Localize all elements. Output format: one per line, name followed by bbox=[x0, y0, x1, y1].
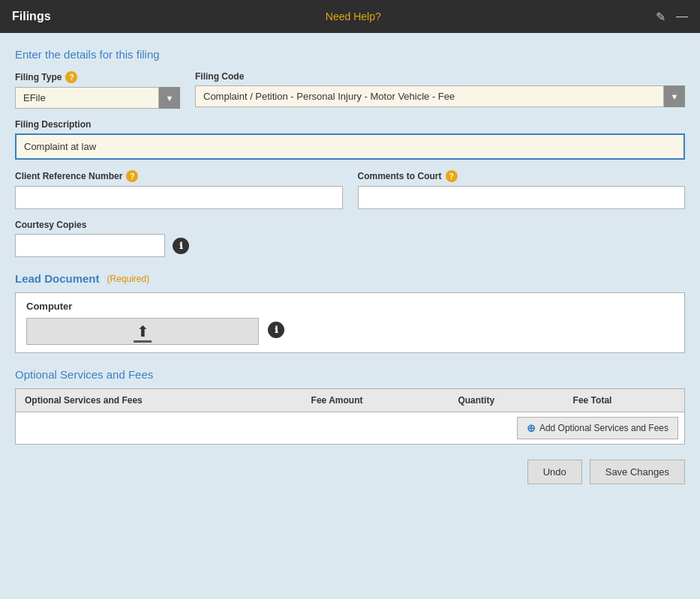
filing-type-group: Filing Type ? EFile ▼ bbox=[15, 71, 180, 109]
courtesy-info-icon[interactable]: ℹ bbox=[173, 238, 189, 254]
upload-row: ⬆ ℹ bbox=[26, 318, 674, 345]
comments-court-group: Comments to Court ? bbox=[358, 170, 686, 209]
client-reference-input[interactable] bbox=[15, 186, 343, 209]
courtesy-copies-label: Courtesy Copies bbox=[15, 220, 165, 230]
filing-description-label: Filing Description bbox=[15, 119, 685, 130]
col-fee-total: Fee Total bbox=[564, 389, 685, 412]
optional-services-section: Optional Services and Fees Optional Serv… bbox=[15, 368, 685, 445]
filing-type-label: Filing Type ? bbox=[15, 71, 180, 83]
optional-services-heading: Optional Services and Fees bbox=[15, 368, 685, 381]
need-help-link[interactable]: Need Help? bbox=[326, 10, 381, 22]
client-reference-label: Client Reference Number ? bbox=[15, 170, 343, 182]
filing-type-code-row: Filing Type ? EFile ▼ Filing Code Compla… bbox=[15, 71, 685, 109]
table-header-row: Optional Services and Fees Fee Amount Qu… bbox=[16, 389, 685, 412]
add-circle-icon: ⊕ bbox=[527, 422, 536, 434]
client-reference-help-icon[interactable]: ? bbox=[126, 170, 138, 182]
main-content: Enter the details for this filing Filing… bbox=[0, 33, 700, 599]
filing-code-dropdown-arrow[interactable]: ▼ bbox=[664, 85, 685, 107]
client-comments-row: Client Reference Number ? Comments to Co… bbox=[15, 170, 685, 209]
comments-court-help-icon[interactable]: ? bbox=[446, 170, 458, 182]
app-title: Filings bbox=[12, 10, 51, 23]
filing-type-help-icon[interactable]: ? bbox=[65, 71, 77, 83]
lead-document-heading: Lead Document (Required) bbox=[15, 272, 685, 285]
app-header: Filings Need Help? ✎ — bbox=[0, 0, 700, 33]
required-badge: (Required) bbox=[107, 274, 150, 284]
filing-description-input[interactable] bbox=[15, 133, 685, 160]
comments-court-input[interactable] bbox=[358, 186, 686, 209]
lead-document-section: Lead Document (Required) Computer ⬆ ℹ bbox=[15, 272, 685, 353]
lead-doc-info-icon[interactable]: ℹ bbox=[268, 322, 284, 338]
add-optional-services-button[interactable]: ⊕ Add Optional Services and Fees bbox=[517, 417, 678, 439]
filing-code-group: Filing Code Complaint / Petition - Perso… bbox=[195, 71, 685, 109]
client-reference-group: Client Reference Number ? bbox=[15, 170, 343, 209]
filing-description-group: Filing Description bbox=[15, 119, 685, 160]
header-icons: ✎ — bbox=[656, 10, 688, 24]
services-table: Optional Services and Fees Fee Amount Qu… bbox=[15, 388, 685, 412]
filing-type-value[interactable]: EFile bbox=[15, 87, 159, 109]
bottom-actions: Undo Save Changes bbox=[15, 460, 685, 484]
edit-icon[interactable]: ✎ bbox=[656, 10, 665, 24]
filing-code-select-wrapper: Complaint / Petition - Personal Injury -… bbox=[195, 85, 685, 107]
upload-button[interactable]: ⬆ bbox=[26, 318, 259, 345]
filing-code-label: Filing Code bbox=[195, 71, 685, 82]
filing-type-dropdown-arrow[interactable]: ▼ bbox=[159, 87, 180, 109]
col-optional-services: Optional Services and Fees bbox=[16, 389, 302, 412]
lead-document-box: Computer ⬆ ℹ bbox=[15, 292, 685, 353]
col-fee-amount: Fee Amount bbox=[302, 389, 449, 412]
col-quantity: Quantity bbox=[449, 389, 563, 412]
filing-type-select-wrapper: EFile ▼ bbox=[15, 87, 180, 109]
courtesy-copies-row: Courtesy Copies ℹ bbox=[15, 220, 685, 257]
minimize-icon[interactable]: — bbox=[676, 10, 688, 23]
comments-court-label: Comments to Court ? bbox=[358, 170, 686, 182]
undo-button[interactable]: Undo bbox=[527, 460, 582, 484]
upload-arrow-icon: ⬆ bbox=[137, 322, 149, 340]
save-changes-button[interactable]: Save Changes bbox=[590, 460, 685, 484]
add-services-label: Add Optional Services and Fees bbox=[539, 423, 668, 433]
filing-code-value[interactable]: Complaint / Petition - Personal Injury -… bbox=[195, 85, 664, 107]
add-services-row: ⊕ Add Optional Services and Fees bbox=[15, 412, 685, 445]
section-heading: Enter the details for this filing bbox=[15, 48, 685, 61]
courtesy-copies-input[interactable] bbox=[15, 234, 165, 257]
courtesy-copies-group: Courtesy Copies bbox=[15, 220, 165, 257]
lead-doc-source-label: Computer bbox=[26, 301, 674, 312]
